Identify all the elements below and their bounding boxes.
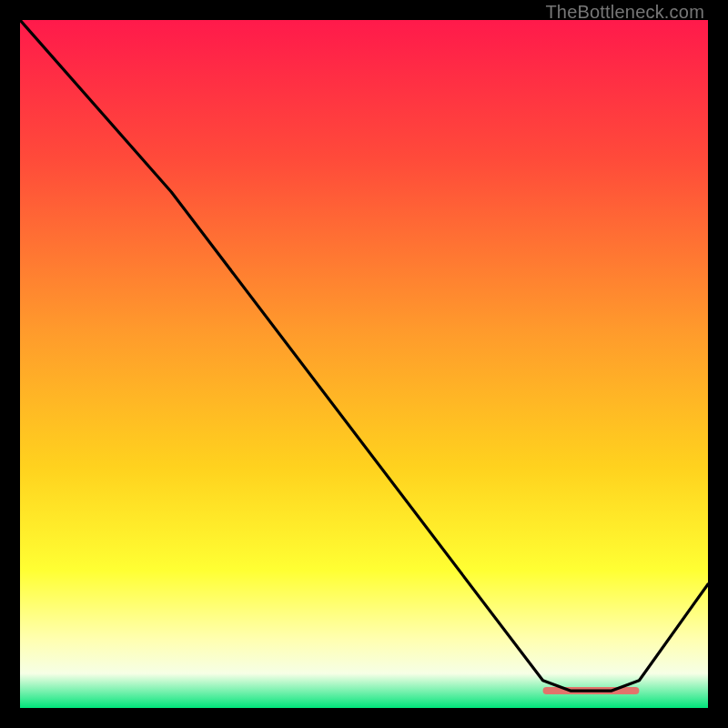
bottleneck-chart: [20, 20, 708, 708]
chart-frame: [20, 20, 708, 708]
gradient-background: [20, 20, 708, 708]
